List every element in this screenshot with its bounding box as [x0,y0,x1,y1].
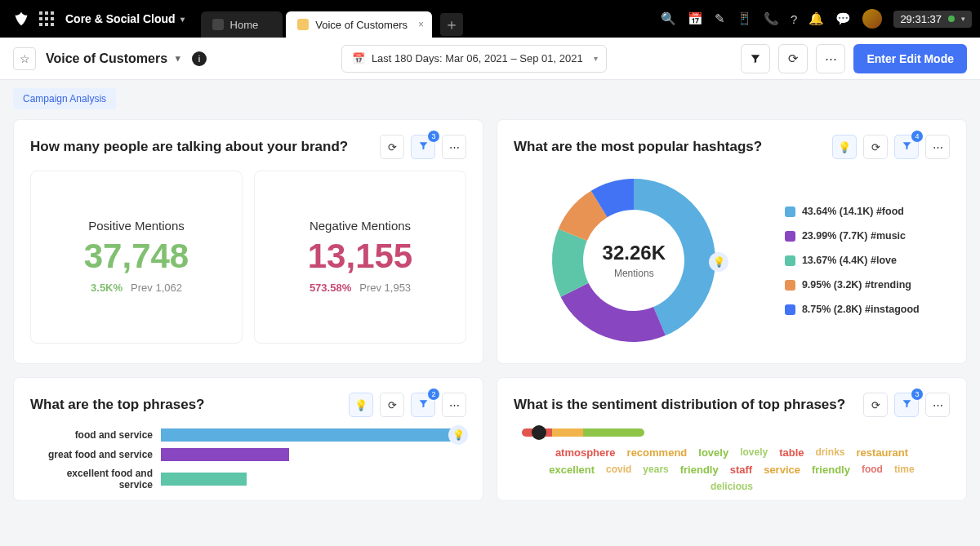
cloud-word[interactable]: lovely [740,446,768,459]
page-header: ☆ Voice of Customers i 📅 Last 180 Days: … [0,38,980,80]
donut-center-value: 32.26K [603,242,666,264]
legend-item[interactable]: 9.95% (3.2K) #trending [785,279,920,291]
refresh-button[interactable]: ⟳ [863,135,888,159]
date-range-picker[interactable]: 📅 Last 180 Days: Mar 06, 2021 – Sep 01, … [341,45,607,73]
filter-button[interactable]: 3 [894,393,919,417]
legend-item[interactable]: 23.99% (7.7K) #music [785,230,920,242]
tag-campaign-analysis[interactable]: Campaign Analysis [13,88,116,109]
card-brand-mentions: How many people are talking about your b… [13,119,483,364]
more-button[interactable]: ⋯ [442,135,466,159]
cloud-word[interactable]: years [643,464,668,476]
bell-icon[interactable]: 🔔 [808,11,824,26]
more-button[interactable]: ⋯ [442,393,466,417]
cloud-word[interactable]: delicious [710,481,753,492]
legend-text: 8.75% (2.8K) #instagood [802,304,920,315]
filter-badge: 3 [428,131,439,142]
tab-label: Voice of Customers [315,19,408,31]
cloud-word[interactable]: friendly [812,464,850,476]
insight-hint-icon[interactable]: 💡 [448,425,468,445]
filter-tag-row: Campaign Analysis [0,80,980,114]
more-button[interactable]: ⋯ [925,135,950,159]
cloud-word[interactable]: covid [606,464,631,476]
phrase-row: great food and service [30,448,466,461]
calendar-icon[interactable]: 📅 [688,11,703,26]
cloud-word[interactable]: recommend [627,446,688,459]
timer[interactable]: 29:31:37 [893,11,972,28]
kpi-negative-mentions: Negative Mentions 13,155 573.58% Prev 1,… [254,171,466,344]
legend-item[interactable]: 13.67% (4.4K) #love [785,255,920,266]
favorite-button[interactable]: ☆ [13,47,36,70]
funnel-icon [902,140,912,153]
mobile-icon[interactable]: 📱 [737,11,752,26]
more-button[interactable]: ⋯ [816,44,845,73]
cloud-word[interactable]: time [894,464,915,476]
card-title: What are the top phrases? [30,397,204,413]
calendar-icon: 📅 [352,52,365,64]
cloud-word[interactable]: lovely [698,446,728,459]
card-title: What is the sentiment distribution of to… [514,397,845,413]
phrase-bar[interactable] [161,473,247,486]
phrase-bar[interactable] [161,448,289,461]
cloud-word[interactable]: staff [730,464,752,476]
kpi-prev: Prev 1,062 [131,282,182,294]
bulb-icon: 💡 [354,399,368,411]
topbar-right: 🔍 📅 ✎ 📱 📞 ? 🔔 💬 29:31:37 [661,0,972,38]
enter-edit-mode-button[interactable]: Enter Edit Mode [853,44,967,73]
phrase-row: excellent food and service [30,468,466,491]
search-icon[interactable]: 🔍 [661,11,676,26]
page-title-dropdown[interactable]: Voice of Customers [46,51,180,66]
insight-button[interactable]: 💡 [832,135,857,159]
donut-chart: 32.26K Mentions 💡 [544,171,724,350]
cloud-word[interactable]: service [764,464,800,476]
filter-button[interactable]: 4 [894,135,919,159]
phrase-label: excellent food and service [30,468,161,491]
cloud-word[interactable]: excellent [549,464,595,476]
cloud-word[interactable]: restaurant [857,446,909,459]
filter-button[interactable]: 2 [411,393,435,417]
add-tab-button[interactable]: ＋ [440,13,463,36]
close-icon[interactable]: × [418,19,424,30]
sentiment-slider[interactable] [522,428,644,437]
tab-voice-of-customers[interactable]: Voice of Customers × [286,11,432,38]
filter-badge: 2 [428,388,439,400]
topbar-left: Core & Social Cloud Home Voice of Custom… [0,0,463,38]
insight-hint-icon[interactable]: 💡 [709,252,728,272]
info-icon[interactable]: i [192,51,207,66]
cloud-word[interactable]: drinks [816,446,845,459]
card-title: What are the most popular hashtags? [514,139,762,155]
edit-icon[interactable]: ✎ [715,11,725,26]
swatch-icon [785,280,795,291]
phrase-bar[interactable] [161,428,451,442]
avatar[interactable] [862,9,882,29]
phone-icon[interactable]: 📞 [764,11,779,26]
slider-knob[interactable] [532,425,546,440]
funnel-icon [418,398,429,411]
top-bar: Core & Social Cloud Home Voice of Custom… [0,0,980,38]
cloud-word[interactable]: table [779,446,804,459]
help-icon[interactable]: ? [791,12,797,26]
filter-badge: 3 [911,388,923,400]
chevron-down-icon [594,54,598,63]
refresh-button[interactable]: ⟳ [380,393,404,417]
legend-item[interactable]: 43.64% (14.1K) #food [785,206,920,217]
bulb-icon: 💡 [838,141,851,153]
refresh-button[interactable]: ⟳ [863,393,888,417]
chat-icon[interactable]: 💬 [835,11,851,26]
filter-badge: 4 [911,131,923,142]
app-grid-icon[interactable] [39,11,54,26]
workspace-switcher[interactable]: Core & Social Cloud [65,12,185,25]
filter-button[interactable] [741,44,770,73]
cloud-word[interactable]: food [862,464,883,476]
phrase-bar-track [161,473,466,486]
insight-button[interactable]: 💡 [349,393,373,417]
word-cloud: atmosphererecommendlovelylovelytabledrin… [514,446,950,492]
cloud-word[interactable]: friendly [680,464,719,476]
card-title: How many people are talking about your b… [30,139,348,155]
tab-home[interactable]: Home [201,11,283,38]
filter-button[interactable]: 3 [411,135,435,159]
more-button[interactable]: ⋯ [925,393,950,417]
cloud-word[interactable]: atmosphere [555,446,616,459]
refresh-button[interactable]: ⟳ [380,135,404,159]
legend-item[interactable]: 8.75% (2.8K) #instagood [785,304,920,315]
refresh-button[interactable]: ⟳ [778,44,808,73]
